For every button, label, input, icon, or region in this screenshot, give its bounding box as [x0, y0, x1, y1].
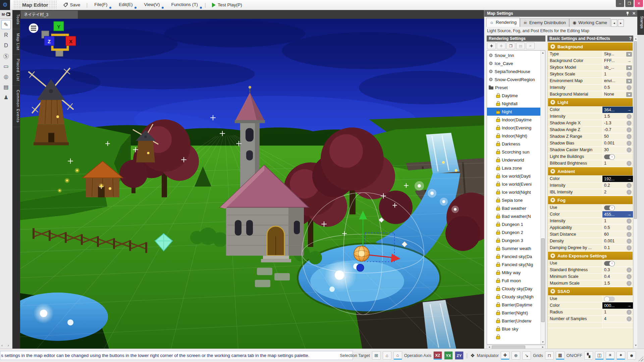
map-tab[interactable]: ネイテイ村_3 [21, 11, 78, 19]
property-value[interactable]: 0.3 [602, 267, 625, 273]
property-value[interactable]: 0.001 [602, 140, 625, 146]
stepper-icon[interactable]: ↕ [627, 274, 632, 279]
stamps-tab[interactable]: Stamps [637, 10, 644, 35]
scroll-up-icon[interactable]: ▲ [541, 51, 545, 55]
toggle-enemy-button[interactable]: ☻ [627, 351, 636, 360]
toggle-effects-button[interactable]: ✦ [616, 351, 625, 360]
list-item[interactable]: Barrier(Night) [487, 309, 541, 317]
property-value[interactable]: FFF... [602, 58, 625, 64]
list-item[interactable]: Fancied sky(Da [487, 252, 541, 260]
list-item[interactable]: Cloudy sky(Nigh [487, 293, 541, 301]
property-value[interactable]: envi... [602, 78, 625, 84]
test-play-button[interactable]: Test Play(P) [209, 1, 245, 9]
toggle-switch[interactable] [604, 205, 615, 210]
list-item[interactable]: Milky way [487, 268, 541, 277]
property-value[interactable]: 0.5 [602, 225, 625, 231]
camera-tool-button[interactable]: ◎ [1, 72, 11, 81]
sidebar-tab-tools[interactable]: Tools [12, 10, 20, 29]
stepper-icon[interactable]: ↕ [627, 127, 632, 132]
selection-object-button[interactable]: ⌂ [383, 351, 391, 360]
list-item[interactable]: Barrier(Daytime [487, 301, 541, 309]
selection-building-button[interactable]: ⌂ [393, 351, 402, 360]
list-item[interactable]: Ice world(Night [487, 188, 541, 196]
stepper-icon[interactable]: ↕ [627, 183, 632, 188]
stamp-tool-button[interactable]: ▤ [1, 82, 11, 92]
add-child-button[interactable]: ✚ [497, 43, 505, 49]
delete-button[interactable]: ✕ [526, 43, 535, 49]
manipulator-scale-button[interactable]: ↘ [522, 351, 531, 360]
minimize-button[interactable]: – [616, 0, 624, 7]
property-color-value[interactable]: 455...→ [602, 211, 633, 218]
list-item[interactable]: Blue sky [487, 325, 541, 333]
list-item[interactable]: ⚙SepiaTonedHouse [487, 67, 541, 75]
list-item[interactable]: Dungeon 2 [487, 228, 541, 236]
list-item[interactable]: Bad weather(N [487, 212, 541, 220]
property-value[interactable]: sb_... [602, 64, 625, 71]
property-value[interactable]: 4 [602, 316, 625, 322]
list-item[interactable]: Nightfall [487, 100, 541, 108]
dropdown-icon[interactable] [626, 65, 632, 70]
list-item[interactable]: Preset [487, 83, 541, 92]
group-header-auto-exposure-settings[interactable]: Auto Exposure Settings [548, 252, 633, 260]
manipulator-rotate-button[interactable]: ⊕ [512, 351, 520, 360]
sidebar-tab-common-events[interactable]: Common Events [12, 86, 20, 127]
stepper-icon[interactable]: ↕ [627, 85, 632, 90]
list-item[interactable]: ⚙Snow_Inn [487, 51, 541, 59]
dropdown-icon[interactable] [626, 52, 632, 57]
add-button[interactable]: ✚ [487, 43, 496, 49]
property-color-value[interactable]: 192...→ [602, 176, 633, 182]
list-item[interactable]: Ice world(Eveni [487, 180, 541, 188]
menu-filef[interactable]: File(F) [91, 1, 111, 9]
menu-edite[interactable]: Edit(E) [115, 1, 136, 9]
list-item[interactable]: Darkness [487, 140, 541, 148]
list-item[interactable]: Dungeon 3 [487, 236, 541, 244]
axis-yx-button[interactable]: YX [444, 351, 453, 360]
list-item[interactable]: Barrier(Underw [487, 317, 541, 325]
stepper-icon[interactable]: ↕ [627, 161, 632, 166]
stepper-icon[interactable]: ↕ [627, 147, 632, 153]
system-tool-button[interactable]: Ⓢ [1, 51, 11, 60]
open-editor-icon[interactable]: → [627, 58, 631, 63]
property-value[interactable]: 30 [602, 147, 625, 153]
axis-zy-button[interactable]: ZY [455, 351, 464, 360]
property-value[interactable]: 2 [602, 189, 625, 195]
stepper-icon[interactable]: ↕ [627, 239, 632, 244]
group-header-light[interactable]: Light [548, 98, 633, 106]
grid-snap-button[interactable]: ⊓ [545, 351, 554, 360]
stepper-icon[interactable]: ↕ [627, 72, 632, 77]
dropdown-icon[interactable] [626, 92, 632, 97]
toggle-switch[interactable] [604, 155, 615, 159]
menu-functionst[interactable]: Functions (T) [168, 1, 201, 9]
property-color-value[interactable]: 000...→ [602, 302, 633, 309]
map-edit-tool-button[interactable]: ✎ [1, 20, 11, 29]
list-item[interactable]: Indoor(Daytime [487, 116, 541, 124]
stepper-icon[interactable]: ↕ [627, 225, 632, 230]
close-button[interactable]: ✕ [635, 0, 643, 7]
list-item[interactable]: ⚙Ice_Cave [487, 59, 541, 67]
property-value[interactable]: 1 [602, 71, 625, 77]
tab-scroll-right-button[interactable]: ► [618, 19, 624, 27]
selection-grid-button[interactable]: ⊞ [372, 351, 381, 360]
group-header-ambient[interactable]: Ambient [548, 167, 633, 175]
list-item[interactable]: Daytime [487, 92, 541, 100]
stepper-icon[interactable]: ↕ [627, 219, 632, 224]
list-item[interactable]: Night [487, 108, 541, 116]
stepper-icon[interactable]: ↕ [627, 134, 632, 139]
property-value[interactable]: 0.1 [602, 245, 625, 251]
dropdown-icon[interactable] [626, 79, 632, 83]
open-color-editor-icon[interactable]: → [627, 176, 631, 181]
toggle-light-button[interactable]: ☀ [606, 351, 614, 360]
menu-viewv[interactable]: View(V) [141, 1, 163, 9]
duplicate-button[interactable]: ❐ [506, 43, 515, 49]
property-value[interactable]: Sky... [602, 51, 625, 57]
property-value[interactable]: 0.001 [602, 238, 625, 244]
property-value[interactable]: 0.2 [602, 182, 625, 189]
property-value[interactable]: 1.5 [602, 280, 625, 287]
toggle-box-button[interactable]: ◫ [595, 351, 604, 360]
group-header-ssao[interactable]: SSAO [548, 287, 633, 295]
list-item[interactable]: Scorching sun [487, 148, 541, 156]
stepper-icon[interactable]: ↕ [627, 267, 632, 273]
list-item[interactable]: Indoor(Evening [487, 124, 541, 132]
property-value[interactable]: 1 [602, 309, 625, 315]
list-item[interactable]: Ice world(Dayti [487, 172, 541, 180]
